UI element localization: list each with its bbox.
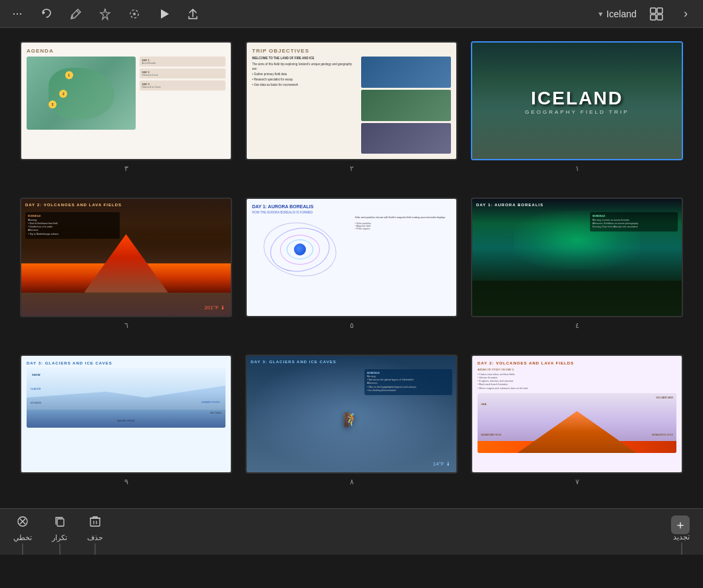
slide-5-number: ٥ — [350, 321, 354, 330]
slide-3-map: 1 2 3 — [27, 57, 136, 130]
svg-rect-9 — [90, 518, 100, 526]
svg-point-3 — [133, 13, 136, 15]
slide-2-container[interactable]: TRIP OBJECTIVES WELCOME TO THE LAND OF F… — [245, 41, 458, 182]
svg-marker-1 — [100, 9, 110, 19]
slide-8-thumb[interactable]: DAY 3: GLACIERS AND ICE CAVES 🧗 SCHEDULE… — [245, 355, 458, 474]
bottom-toolbar: ↺ تجديد حذف — [0, 508, 703, 555]
slide-6-number: ٦ — [124, 321, 128, 330]
duplicate-label: تكرار — [52, 533, 67, 542]
svg-marker-0 — [43, 11, 45, 15]
svg-rect-8 — [657, 15, 662, 20]
slide-4-title-text: DAY 1: AURORA BOREALIS — [476, 203, 543, 207]
skip-icon — [17, 515, 29, 531]
delete-label: حذف — [87, 533, 103, 542]
delete-button[interactable]: حذف — [87, 515, 103, 542]
duplicate-button[interactable]: تكرار — [52, 515, 67, 542]
replay-icon[interactable] — [125, 5, 144, 23]
slide-8-number: ٨ — [350, 478, 354, 486]
add-icon: ＋ — [674, 517, 686, 533]
slide-2-title-text: TRIP OBJECTIVES — [252, 48, 451, 54]
slide-9-thumb[interactable]: DAY 3: GLACIERS AND ICE CAVES SNOW GLACI… — [20, 355, 232, 474]
slide-5-title-text: DAY 1: AURORA BOREALIS — [252, 204, 451, 209]
slide-1-number: ١ — [575, 164, 579, 173]
svg-rect-5 — [650, 8, 656, 13]
slide-1-title-content: ICELAND GEOGRAPHY FIELD TRIP — [525, 87, 629, 114]
slide-3-thumb[interactable]: AGENDA 1 2 3 DAY 1 Aurora Borealis — [20, 41, 232, 160]
slide-6-temperature: 201°F 🌡 — [204, 305, 225, 311]
slide-3-title-text: AGENDA — [27, 48, 225, 54]
undo-icon[interactable] — [37, 5, 56, 23]
share-icon[interactable] — [184, 5, 202, 23]
svg-rect-7 — [650, 15, 656, 20]
view-toggle-icon[interactable] — [647, 5, 666, 23]
slide-4-number: ٤ — [575, 321, 579, 330]
svg-rect-6 — [657, 8, 662, 13]
slide-1-container[interactable]: ICELAND GEOGRAPHY FIELD TRIP ١ — [471, 41, 683, 182]
slide-8-title-text: DAY 3: GLACIERS AND ICE CAVES — [251, 360, 337, 364]
magic-icon[interactable] — [96, 5, 114, 23]
slide-4-container[interactable]: DAY 1: AURORA BOREALIS SCHEDULE Morning:… — [471, 198, 683, 338]
slide-8-container[interactable]: DAY 3: GLACIERS AND ICE CAVES 🧗 SCHEDULE… — [245, 355, 458, 495]
slide-2-number: ٢ — [350, 164, 354, 173]
slide-1-thumb[interactable]: ICELAND GEOGRAPHY FIELD TRIP — [471, 41, 683, 160]
add-slide-button[interactable]: ＋ — [671, 515, 690, 534]
connector-area — [0, 555, 703, 588]
slide-9-container[interactable]: DAY 3: GLACIERS AND ICE CAVES SNOW GLACI… — [20, 355, 232, 495]
slide-9-title-text: DAY 3: GLACIERS AND ICE CAVES — [27, 361, 225, 365]
slide-3-container[interactable]: AGENDA 1 2 3 DAY 1 Aurora Borealis — [20, 41, 232, 182]
expand-icon[interactable]: › — [676, 5, 695, 23]
brush-icon[interactable] — [67, 5, 85, 23]
title-chevron: ▾ — [599, 9, 603, 19]
slide-6-thumb[interactable]: DAY 2: VOLCANOES AND LAVA FIELDS SCHEDUL… — [20, 198, 232, 317]
slide-4-schedule: SCHEDULE Morning: Lecture on aurora bore… — [590, 212, 678, 231]
slide-7-container[interactable]: DAY 2: VOLCANOES AND LAVA FIELDS AREAS O… — [471, 355, 683, 495]
slide-5-notes: Solar wind particles interact with Earth… — [352, 216, 452, 283]
slide-3-number: ٣ — [124, 164, 128, 173]
slide-3-days: DAY 1 Aurora Borealis DAY 2 Volcanoes & … — [140, 57, 225, 130]
slide-8-schedule: SCHEDULE Morning: • Sail across the glac… — [364, 369, 452, 396]
svg-marker-4 — [161, 9, 169, 19]
slide-2-text-content: WELCOME TO THE LAND OF FIRE AND ICE The … — [252, 57, 357, 154]
main-area: AGENDA 1 2 3 DAY 1 Aurora Borealis — [0, 28, 703, 588]
slides-grid: AGENDA 1 2 3 DAY 1 Aurora Borealis — [0, 28, 703, 508]
slide-5-thumb[interactable]: DAY 1: AURORA BOREALIS HOW THE AURORA BO… — [245, 198, 458, 317]
slide-9-diagram: SNOW GLACIER SUMMER FRONT MORAINE WETLAN… — [27, 368, 225, 428]
slide-7-diagram: VOLCANIC ASH LAVA SEDIMENTARY ROCK METAM… — [478, 393, 676, 453]
slide-6-container[interactable]: DAY 2: VOLCANOES AND LAVA FIELDS SCHEDUL… — [20, 198, 232, 338]
slide-9-number: ٩ — [124, 478, 128, 486]
slide-4-thumb[interactable]: DAY 1: AURORA BOREALIS SCHEDULE Morning:… — [471, 198, 683, 317]
slide-2-thumb[interactable]: TRIP OBJECTIVES WELCOME TO THE LAND OF F… — [245, 41, 458, 160]
slide-2-images — [361, 57, 451, 154]
slide-6-title-text: DAY 2: VOLCANOES AND LAVA FIELDS — [25, 203, 122, 207]
delete-icon — [89, 515, 101, 531]
title-text: Iceland — [607, 9, 636, 19]
slide-5-diagram — [252, 216, 349, 283]
slide-7-thumb[interactable]: DAY 2: VOLCANOES AND LAVA FIELDS AREAS O… — [471, 355, 683, 474]
svg-rect-10 — [57, 519, 64, 526]
skip-label: تخطي — [13, 533, 32, 542]
play-icon[interactable] — [154, 5, 173, 23]
ellipsis-icon[interactable]: ··· — [8, 5, 27, 23]
duplicate-icon — [54, 515, 66, 531]
slide-5-container[interactable]: DAY 1: AURORA BOREALIS HOW THE AURORA BO… — [245, 198, 458, 338]
skip-button[interactable]: تخطي — [13, 515, 32, 542]
main-toolbar: ··· ▾ Iceland — [0, 0, 703, 28]
slide-8-climber-figure: 🧗 — [320, 390, 383, 449]
slide-7-title-text: DAY 2: VOLCANOES AND LAVA FIELDS — [478, 361, 676, 365]
slide-7-number: ٧ — [575, 478, 579, 486]
slide-6-schedule: SCHEDULE Morning: • Visit to Holuhraun l… — [25, 212, 120, 239]
presentation-title[interactable]: ▾ Iceland — [599, 9, 636, 19]
